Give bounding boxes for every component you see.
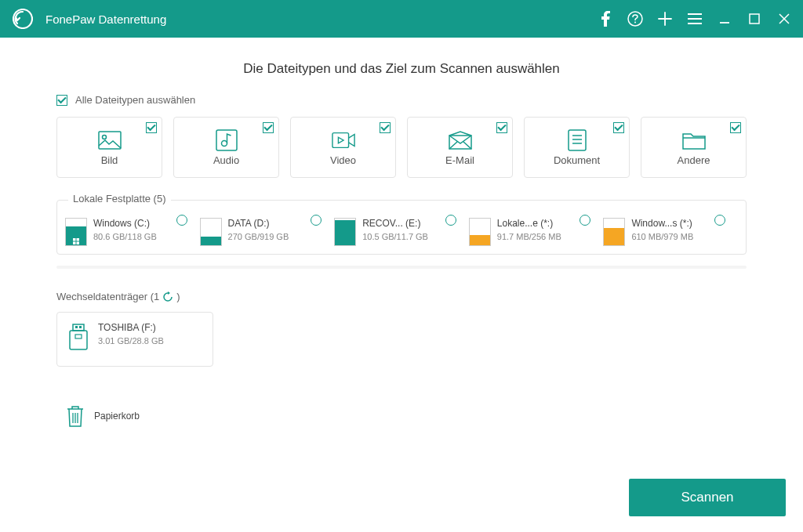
- checkbox-icon: [730, 122, 741, 133]
- recycle-label: Papierkorb: [94, 411, 140, 422]
- maximize-icon[interactable]: [747, 11, 762, 27]
- local-disks-legend: Lokale Festplatte (5): [68, 193, 171, 204]
- filetype-label: E-Mail: [445, 154, 474, 166]
- audio-icon: [215, 129, 238, 151]
- svg-rect-8: [332, 132, 348, 147]
- disk-item[interactable]: Lokale...e (*:)91.7 MB/256 MB: [469, 218, 604, 246]
- svg-rect-11: [73, 238, 76, 241]
- video-icon: [332, 129, 355, 151]
- email-icon: [449, 129, 472, 151]
- document-icon: [565, 129, 589, 151]
- svg-rect-4: [99, 132, 121, 149]
- disk-name: DATA (D:): [228, 218, 289, 229]
- usb-icon: [65, 322, 92, 353]
- disk-size: 91.7 MB/256 MB: [497, 232, 561, 241]
- radio-icon: [176, 215, 187, 226]
- disk-size: 610 MB/979 MB: [631, 232, 693, 241]
- radio-icon: [445, 215, 456, 226]
- disk-icon: [65, 218, 87, 246]
- titlebar: FonePaw Datenrettung: [0, 0, 803, 38]
- disk-size: 80.6 GB/118 GB: [93, 232, 157, 241]
- titlebar-actions: [598, 11, 792, 27]
- menu-icon[interactable]: [687, 11, 703, 27]
- filetype-label: Dokument: [554, 154, 600, 166]
- app-title: FonePaw Datenrettung: [45, 13, 598, 26]
- disk-size: 10.5 GB/11.7 GB: [362, 232, 428, 241]
- filetype-card-video[interactable]: Video: [290, 117, 396, 178]
- filetype-card-audio[interactable]: Audio: [173, 117, 279, 178]
- app-logo-icon: [11, 7, 35, 31]
- checkbox-icon: [263, 122, 274, 133]
- svg-rect-18: [70, 331, 87, 349]
- radio-icon: [311, 215, 322, 226]
- removable-section: Wechseldatenträger (1) TOSHIBA (F:) 3.01…: [56, 291, 747, 431]
- checkbox-icon: [496, 122, 507, 133]
- removable-disk-item[interactable]: TOSHIBA (F:) 3.01 GB/28.8 GB: [56, 312, 213, 367]
- disk-icon: [469, 218, 491, 246]
- disk-name: Windows (C:): [93, 218, 157, 229]
- filetype-label: Audio: [213, 154, 239, 166]
- scrollbar-track[interactable]: [56, 266, 747, 269]
- help-icon[interactable]: [627, 11, 643, 27]
- checkbox-icon: [56, 95, 67, 106]
- radio-icon: [580, 215, 590, 226]
- trash-icon: [64, 404, 86, 428]
- disk-icon: [334, 218, 356, 246]
- recycle-bin-item[interactable]: Papierkorb: [56, 389, 229, 431]
- page-heading: Die Dateitypen und das Ziel zum Scannen …: [39, 61, 764, 77]
- filetype-card-email[interactable]: E-Mail: [407, 117, 513, 178]
- disk-icon: [200, 218, 222, 246]
- svg-rect-15: [73, 324, 84, 331]
- svg-rect-13: [73, 242, 76, 245]
- minimize-icon[interactable]: [717, 11, 732, 27]
- filetype-card-image[interactable]: Bild: [56, 117, 162, 178]
- close-icon[interactable]: [776, 11, 792, 27]
- filetype-label: Bild: [101, 154, 118, 166]
- plus-icon[interactable]: [657, 11, 673, 27]
- checkbox-icon: [146, 122, 157, 133]
- svg-point-2: [634, 22, 636, 24]
- svg-rect-19: [75, 335, 82, 338]
- select-all-label: Alle Dateitypen auswählen: [75, 94, 195, 106]
- disk-name: Lokale...e (*:): [497, 218, 561, 229]
- disk-item[interactable]: Windows (C:)80.6 GB/118 GB: [65, 218, 200, 246]
- image-icon: [98, 129, 122, 151]
- select-all-checkbox[interactable]: Alle Dateitypen auswählen: [39, 94, 764, 106]
- disk-name: TOSHIBA (F:): [98, 322, 164, 333]
- folder-icon: [682, 129, 706, 151]
- app-window: FonePaw Datenrettung Die Dateitypen und …: [0, 0, 803, 532]
- svg-rect-3: [750, 14, 759, 24]
- filetype-label: Video: [330, 154, 356, 166]
- main-content: Die Dateitypen und das Ziel zum Scannen …: [0, 38, 803, 532]
- svg-rect-17: [79, 326, 82, 328]
- disk-icon: [603, 218, 625, 246]
- disk-row: Windows (C:)80.6 GB/118 GBDATA (D:)270 G…: [57, 210, 746, 246]
- svg-rect-16: [75, 326, 78, 328]
- facebook-icon[interactable]: [598, 11, 613, 27]
- filetype-card-other[interactable]: Andere: [641, 117, 747, 178]
- filetype-row: Bild Audio Video E-Mail Dokument: [39, 117, 764, 178]
- disk-item[interactable]: Window...s (*:)610 MB/979 MB: [603, 218, 738, 246]
- filetype-card-document[interactable]: Dokument: [524, 117, 630, 178]
- svg-rect-10: [569, 130, 586, 150]
- local-disks-group: Lokale Festplatte (5) Windows (C:)80.6 G…: [56, 200, 747, 255]
- svg-rect-12: [77, 238, 80, 241]
- radio-icon: [714, 215, 725, 226]
- checkbox-icon: [380, 122, 391, 133]
- disk-name: Window...s (*:): [631, 218, 693, 229]
- refresh-icon[interactable]: [162, 291, 173, 302]
- disk-item[interactable]: RECOV... (E:)10.5 GB/11.7 GB: [334, 218, 469, 246]
- checkbox-icon: [613, 122, 624, 133]
- disk-item[interactable]: DATA (D:)270 GB/919 GB: [200, 218, 335, 246]
- disk-size: 3.01 GB/28.8 GB: [98, 336, 164, 346]
- svg-point-7: [221, 140, 227, 146]
- filetype-label: Andere: [678, 154, 710, 166]
- scan-button[interactable]: Scannen: [629, 479, 786, 516]
- removable-legend: Wechseldatenträger (1): [56, 291, 747, 302]
- svg-rect-14: [77, 242, 80, 245]
- svg-point-5: [102, 135, 106, 139]
- disk-name: RECOV... (E:): [362, 218, 428, 229]
- disk-size: 270 GB/919 GB: [228, 232, 289, 241]
